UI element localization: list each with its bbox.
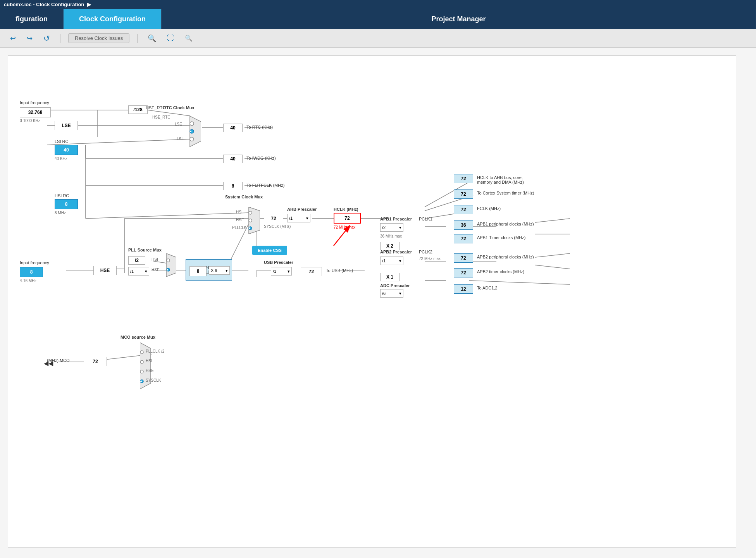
pclk2-label: PCLK2 (419, 250, 432, 254)
apb1-timer-label: APB1 Timer clocks (MHz) (477, 235, 525, 240)
mco-hse-label: HSE (146, 369, 154, 373)
apb1-periph-val-box[interactable]: 36 (454, 220, 473, 230)
hclk-ahb-label: HCLK to AHB bus, core,memory and DMA (MH… (477, 175, 524, 184)
toolbar: ↩ ↪ ↺ Resolve Clock Issues 🔍 ⛶ 🔍 (0, 29, 756, 48)
to-iwdg-label: To IWDG (KHz) (246, 156, 276, 160)
lsi-rc-value[interactable]: 40 (55, 145, 78, 155)
pll-hsi-div2-box[interactable]: /2 (128, 256, 145, 265)
lse-wire-label: LSE (175, 122, 182, 126)
input-freq-bottom-label: Input frequency (20, 260, 49, 265)
wire-layer (8, 56, 736, 547)
mco-output-val-box[interactable]: 72 (84, 357, 107, 366)
apb2-timer-label: APB2 timer clocks (MHz) (477, 269, 524, 274)
nav-tabs: figuration Clock Configuration Project M… (0, 9, 756, 29)
svg-point-62 (167, 269, 168, 270)
sysclk-mux-shape (248, 207, 260, 235)
apb2-timer-val-box[interactable]: 72 (454, 268, 473, 277)
sysclk-72-box[interactable]: 72 (264, 214, 283, 223)
mco-arrow-left: ◀◀ (44, 360, 53, 367)
hclk-max-label: 72 MHz max (334, 225, 355, 229)
hclk-label: HCLK (MHz) (334, 207, 358, 212)
hclk-value-box[interactable]: 72 (334, 213, 361, 224)
adc-prescaler-label: ADC Prescaler (380, 283, 410, 288)
tab-project[interactable]: Project Manager (162, 9, 756, 29)
mco-pllclk-div2-label: PLLCLK /2 (146, 349, 164, 353)
svg-point-66 (140, 370, 143, 373)
usb-val-box[interactable]: 72 (301, 267, 322, 276)
fclk-label: FCLK (MHz) (477, 206, 501, 211)
fullscreen-button[interactable]: ⛶ (165, 33, 176, 43)
hse-mux-label2: HSE (236, 218, 244, 222)
mco-hsi-label: HSI (146, 359, 152, 363)
pll-hse-div1-select[interactable]: /1 ▾ (128, 267, 149, 276)
hsi-rc-label: HSI RC (55, 193, 69, 198)
resolve-clock-button[interactable]: Resolve Clock Issues (68, 33, 129, 43)
flit-8-box[interactable]: 8 (223, 182, 243, 190)
usb-prescaler-select[interactable]: /1 ▾ (271, 267, 292, 276)
tab-configuration[interactable]: figuration (0, 9, 64, 29)
usb-to-label: To USB (MHz) (326, 268, 353, 273)
toolbar-separator (60, 34, 60, 43)
svg-point-55 (249, 211, 252, 214)
apb2-prescaler-select[interactable]: /1 ▾ (380, 257, 403, 265)
svg-line-15 (86, 213, 248, 219)
mco-sysclk-label: SYSCLK (146, 378, 161, 382)
apb1-timer-val-box[interactable]: 72 (454, 234, 473, 243)
app-title: cubemx.ioc - Clock Configuration (4, 2, 84, 7)
clock-diagram-canvas: Input frequency 32.768 0-1000 KHz LSE LS… (8, 55, 736, 548)
redo-button[interactable]: ↪ (24, 33, 35, 43)
ahb-prescaler-label: AHB Prescaler (287, 207, 317, 212)
input-freq-top-value[interactable]: 32.768 (20, 107, 51, 117)
svg-point-64 (140, 351, 143, 354)
to-rtc-label: To RTC (KHz) (246, 125, 273, 129)
apb1-max-label: 36 MHz max (380, 234, 402, 238)
usb-prescaler-label: USB Prescaler (264, 260, 293, 265)
rtc-40-box[interactable]: 40 (223, 124, 243, 132)
apb2-prescaler-label: APB2 Prescaler (380, 250, 412, 254)
pll-val-box[interactable]: 8 (189, 266, 207, 276)
title-chevron: ▶ (87, 2, 91, 7)
input-freq-range-bottom: 4-16 MHz (20, 279, 36, 283)
rtc-mux-label: RTC Clock Mux (163, 105, 195, 110)
rtc-mux-shape (189, 116, 201, 148)
zoom-in-button[interactable]: 🔍 (145, 33, 158, 43)
ahb-prescaler-select[interactable]: /1 ▾ (287, 214, 310, 222)
pll-mul-select[interactable]: X 9 ▾ (209, 266, 230, 275)
tab-clock[interactable]: Clock Configuration (64, 9, 162, 29)
adc-val-box[interactable]: 12 (454, 284, 473, 294)
adc-prescaler-select[interactable]: /6 ▾ (380, 289, 403, 298)
hse-box[interactable]: HSE (93, 266, 117, 275)
svg-point-68 (140, 381, 142, 382)
enable-css-button[interactable]: Enable CSS (252, 246, 287, 255)
svg-line-33 (535, 265, 570, 269)
apb1-timer-x2-box[interactable]: X 2 (380, 242, 400, 250)
adc-label: To ADC1,2 (477, 286, 498, 290)
apb1-prescaler-select[interactable]: /2 ▾ (380, 223, 403, 232)
cortex-val-box[interactable]: 72 (454, 189, 473, 199)
apb2-periph-val-box[interactable]: 72 (454, 253, 473, 263)
lse-box[interactable]: LSE (55, 121, 78, 130)
svg-line-5 (47, 139, 190, 145)
svg-point-60 (167, 259, 170, 262)
mco-source-label: MCO source Mux (121, 335, 155, 339)
lsi-rc-unit: 40 KHz (55, 157, 67, 161)
iwdg-40-box[interactable]: 40 (223, 155, 243, 163)
reset-button[interactable]: ↺ (41, 33, 52, 44)
fclk-val-box[interactable]: 72 (454, 205, 473, 214)
sysclk-label: SYSCLK (MHz) (264, 224, 291, 229)
hsi-rc-value[interactable]: 8 (55, 199, 78, 209)
div128-box[interactable]: /128 (128, 105, 148, 114)
hclk-ahb-val-box[interactable]: 72 (454, 174, 473, 183)
apb2-timer-x1-box[interactable]: X 1 (380, 273, 400, 281)
zoom-out-button[interactable]: 🔍 (183, 34, 195, 43)
svg-point-65 (140, 360, 143, 363)
undo-button[interactable]: ↩ (8, 33, 18, 43)
input-freq-bottom-value[interactable]: 8 (20, 267, 43, 277)
hsi-rc-unit: 8 MHz (55, 211, 66, 215)
svg-line-32 (535, 253, 570, 257)
pll-source-label: PLL Source Mux (128, 248, 162, 252)
apb1-periph-label: APB1 peripheral clocks (MHz) (477, 222, 534, 226)
svg-point-56 (249, 219, 252, 222)
to-flit-label: To FLITFCLK (MHz) (246, 183, 284, 188)
lsi-wire-label: LSI (177, 137, 183, 141)
